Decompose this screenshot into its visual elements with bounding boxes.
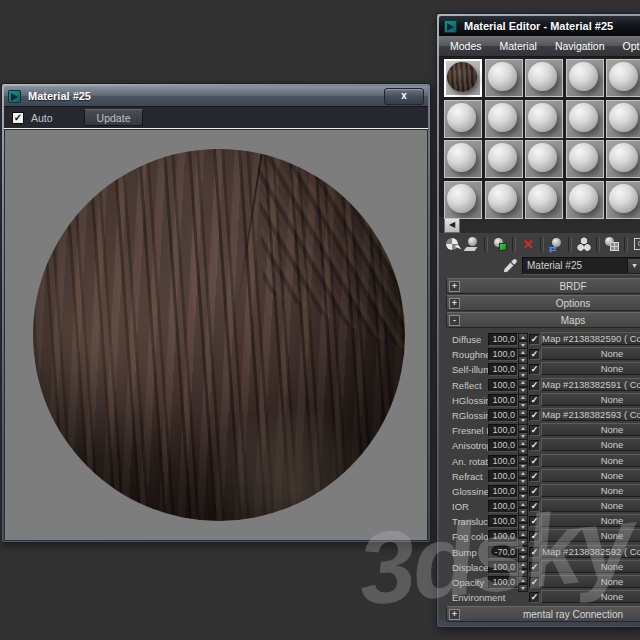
spinner-up-icon[interactable] — [518, 546, 528, 554]
map-slot-button[interactable]: Map #2138382592 ( Color Correction ) — [541, 545, 640, 558]
map-amount-field[interactable]: 100,0 — [488, 348, 518, 361]
map-enable-checkbox[interactable]: ✓ — [529, 501, 540, 512]
menu-navigation[interactable]: Navigation — [546, 40, 614, 52]
update-button[interactable]: Update — [84, 109, 144, 126]
material-name-dropdown[interactable]: Material #25 ▼ — [522, 257, 640, 275]
map-amount-spinner[interactable] — [518, 333, 526, 346]
map-amount-field[interactable]: 100,0 — [488, 363, 518, 376]
map-slot-button[interactable]: None — [541, 438, 640, 451]
material-slot[interactable] — [485, 140, 523, 178]
material-slot[interactable] — [444, 59, 482, 97]
spinner-up-icon[interactable] — [518, 348, 528, 356]
rollout-brdf[interactable]: + BRDF — [446, 278, 640, 294]
map-enable-checkbox[interactable]: ✓ — [529, 440, 540, 451]
map-slot-button[interactable]: None — [541, 484, 640, 497]
spinner-up-icon[interactable] — [518, 530, 528, 538]
spinner-up-icon[interactable] — [518, 470, 528, 478]
map-amount-spinner[interactable] — [518, 363, 526, 376]
get-material-icon[interactable] — [444, 236, 460, 252]
map-amount-field[interactable]: 100,0 — [488, 409, 518, 422]
material-slot[interactable] — [525, 140, 563, 178]
map-slot-button[interactable]: None — [541, 499, 640, 512]
map-slot-button[interactable]: None — [541, 454, 640, 467]
map-amount-field[interactable]: 100,0 — [488, 424, 518, 437]
map-amount-field[interactable]: 100,0 — [488, 394, 518, 407]
material-slot[interactable] — [606, 181, 640, 219]
material-slot[interactable] — [606, 59, 640, 97]
map-amount-spinner[interactable] — [518, 470, 526, 483]
spinner-up-icon[interactable] — [518, 500, 528, 508]
expand-icon[interactable]: + — [449, 281, 460, 292]
spinner-up-icon[interactable] — [518, 363, 528, 371]
map-amount-field[interactable]: 100,0 — [488, 515, 518, 528]
map-amount-field[interactable]: 100,0 — [488, 485, 518, 498]
auto-checkbox[interactable]: ✓ — [12, 112, 24, 124]
map-enable-checkbox[interactable]: ✓ — [529, 577, 540, 588]
map-amount-spinner[interactable] — [518, 546, 526, 559]
map-enable-checkbox[interactable]: ✓ — [529, 395, 540, 406]
menu-options[interactable]: Options — [614, 40, 640, 52]
material-slot[interactable] — [485, 59, 523, 97]
material-slot[interactable] — [525, 59, 563, 97]
map-amount-field[interactable]: 100,0 — [488, 500, 518, 513]
map-amount-spinner[interactable] — [518, 561, 526, 574]
make-material-copy-icon[interactable] — [548, 236, 564, 252]
material-slot[interactable] — [444, 140, 482, 178]
map-slot-button[interactable]: None — [541, 393, 640, 406]
map-amount-spinner[interactable] — [518, 409, 526, 422]
map-amount-spinner[interactable] — [518, 530, 526, 543]
map-enable-checkbox[interactable]: ✓ — [529, 592, 540, 603]
map-amount-field[interactable]: 100,0 — [488, 470, 518, 483]
material-slot[interactable] — [606, 140, 640, 178]
spinner-up-icon[interactable] — [518, 455, 528, 463]
map-enable-checkbox[interactable]: ✓ — [529, 410, 540, 421]
map-enable-checkbox[interactable]: ✓ — [529, 531, 540, 542]
map-amount-spinner[interactable] — [518, 394, 526, 407]
spinner-up-icon[interactable] — [518, 424, 528, 432]
map-slot-button[interactable]: None — [541, 514, 640, 527]
material-slot[interactable] — [566, 181, 604, 219]
spinner-up-icon[interactable] — [518, 439, 528, 447]
material-slot[interactable] — [566, 59, 604, 97]
map-amount-spinner[interactable] — [518, 424, 526, 437]
map-amount-field[interactable]: 100,0 — [488, 439, 518, 452]
material-slot[interactable] — [485, 181, 523, 219]
map-slot-button[interactable]: None — [541, 575, 640, 588]
material-slot[interactable] — [525, 181, 563, 219]
map-enable-checkbox[interactable]: ✓ — [529, 456, 540, 467]
preview-title-bar[interactable]: Material #25 x — [4, 86, 428, 106]
spinner-up-icon[interactable] — [518, 515, 528, 523]
map-enable-checkbox[interactable]: ✓ — [529, 562, 540, 573]
map-slot-button[interactable]: None — [541, 529, 640, 542]
map-amount-spinner[interactable] — [518, 348, 526, 361]
collapse-icon[interactable]: - — [449, 315, 460, 326]
map-amount-spinner[interactable] — [518, 515, 526, 528]
assign-material-to-selection-icon[interactable] — [492, 236, 508, 252]
reset-material-icon[interactable]: ✕ — [520, 236, 536, 252]
material-slot[interactable] — [485, 100, 523, 138]
map-slot-button[interactable]: None — [541, 347, 640, 360]
close-icon[interactable]: x — [384, 88, 424, 105]
map-amount-field[interactable]: -70,0 — [488, 546, 518, 559]
material-slot[interactable] — [566, 140, 604, 178]
map-amount-spinner[interactable] — [518, 455, 526, 468]
make-unique-icon[interactable] — [576, 236, 592, 252]
map-enable-checkbox[interactable]: ✓ — [529, 486, 540, 497]
map-amount-field[interactable]: 100,0 — [488, 455, 518, 468]
material-id-channel-icon[interactable] — [632, 236, 640, 252]
chevron-down-icon[interactable]: ▼ — [627, 259, 640, 273]
map-amount-spinner[interactable] — [518, 500, 526, 513]
map-enable-checkbox[interactable]: ✓ — [529, 547, 540, 558]
map-enable-checkbox[interactable]: ✓ — [529, 364, 540, 375]
editor-title-bar[interactable]: Material Editor - Material #25 — [439, 16, 640, 36]
spinner-up-icon[interactable] — [518, 333, 528, 341]
map-enable-checkbox[interactable]: ✓ — [529, 334, 540, 345]
map-amount-spinner[interactable] — [518, 485, 526, 498]
map-slot-button[interactable]: None — [541, 560, 640, 573]
map-enable-checkbox[interactable]: ✓ — [529, 380, 540, 391]
map-enable-checkbox[interactable]: ✓ — [529, 516, 540, 527]
spinner-up-icon[interactable] — [518, 576, 528, 584]
spinner-up-icon[interactable] — [518, 485, 528, 493]
eyedropper-icon[interactable] — [503, 258, 518, 273]
map-amount-field[interactable]: 100,0 — [488, 530, 518, 543]
